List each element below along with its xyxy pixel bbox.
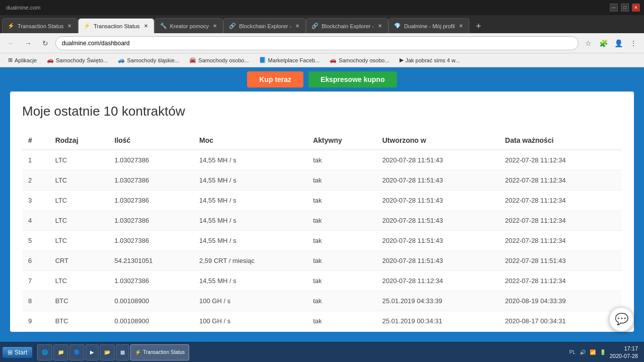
cell-num: 9 bbox=[22, 311, 49, 331]
cell-aktywny: tak bbox=[307, 170, 376, 191]
refresh-button[interactable]: ↻ bbox=[38, 36, 52, 50]
tab-title-3: Kreator pomocy bbox=[170, 23, 209, 29]
table-row: 1 LTC 1.03027386 14,55 MH / s tak 2020-0… bbox=[22, 150, 622, 170]
bookmark-icon-sims: ▶ bbox=[399, 57, 404, 63]
main-content: Moje ostatnie 10 kontraktów # Rodzaj Ilo… bbox=[10, 92, 634, 332]
new-tab-button[interactable]: + bbox=[471, 19, 486, 33]
cell-num: 5 bbox=[22, 231, 49, 251]
taskbar-qr-icon[interactable]: ▦ bbox=[116, 344, 129, 360]
taskbar-active-item[interactable]: ⚡ Transaction Status bbox=[130, 344, 189, 360]
cell-ilosc: 0.00108900 bbox=[109, 291, 194, 311]
system-tray: PL 🔊 📶 🔋 17:17 2020-07-28 bbox=[565, 345, 642, 359]
tab-transaction-status-2[interactable]: ⚡ Transaction Status ✕ bbox=[78, 18, 154, 33]
bookmark-samochody-4[interactable]: 🚗 Samochody osobo... bbox=[326, 56, 393, 64]
taskbar-active-favicon: ⚡ bbox=[135, 349, 141, 355]
cell-aktywny: tak bbox=[307, 150, 376, 170]
bookmark-facebook[interactable]: 📘 Marketplace Faceb... bbox=[255, 56, 324, 64]
extensions-icon[interactable]: 🧩 bbox=[597, 37, 610, 50]
tab-title-6: Dualmine - Mój profil bbox=[404, 23, 455, 29]
toolbar: ← → ↻ dualmine.com/dashboard ☆ 🧩 👤 ⋮ bbox=[0, 33, 644, 53]
bookmark-label-sims: Jak pobrać sims 4 w... bbox=[406, 57, 460, 63]
address-bar[interactable]: dualmine.com/dashboard bbox=[55, 36, 579, 50]
tab-blockchain-explorer-1[interactable]: 🔗 Blockchain Explorer - ✕ bbox=[223, 18, 306, 33]
cell-waznosc: 2022-07-28 11:12:34 bbox=[499, 211, 622, 231]
tab-close-6[interactable]: ✕ bbox=[458, 22, 464, 30]
bookmark-samochody-1[interactable]: 🚗 Samochody Święto... bbox=[43, 56, 112, 64]
tab-close-4[interactable]: ✕ bbox=[294, 22, 300, 30]
bookmark-label-facebook: Marketplace Faceb... bbox=[268, 57, 320, 63]
tray-network-icon: 📶 bbox=[590, 349, 596, 355]
express-buy-button[interactable]: Ekspresowe kupno bbox=[308, 71, 397, 87]
section-title: Moje ostatnie 10 kontraktów bbox=[22, 104, 622, 119]
bookmark-icon-samochody-4: 🚗 bbox=[330, 57, 337, 63]
bookmarks-bar: ⊞ Aplikacje 🚗 Samochody Święto... 🚙 Samo… bbox=[0, 53, 644, 67]
bookmark-aplikacje[interactable]: ⊞ Aplikacje bbox=[4, 56, 41, 64]
tab-bar: ⚡ Transaction Status ✕ ⚡ Transaction Sta… bbox=[0, 15, 644, 33]
tab-favicon-1: ⚡ bbox=[8, 23, 15, 30]
forward-button[interactable]: → bbox=[21, 36, 35, 50]
chat-button[interactable]: 💬 bbox=[609, 307, 634, 332]
bookmark-label-samochody-4: Samochody osobo... bbox=[339, 57, 389, 63]
tab-dualmine-profil[interactable]: 💎 Dualmine - Mój profil ✕ bbox=[388, 18, 469, 33]
cell-ilosc: 1.03027386 bbox=[109, 191, 194, 211]
bookmark-icon[interactable]: ☆ bbox=[582, 37, 595, 50]
address-text: dualmine.com/dashboard bbox=[62, 40, 130, 47]
ie-favicon: 🌐 bbox=[42, 349, 48, 355]
taskbar-chrome-icon[interactable]: 🔵 bbox=[69, 344, 85, 360]
buy-now-button[interactable]: Kup teraz bbox=[247, 71, 303, 87]
table-row: 9 BTC 0.00108900 100 GH / s tak 25.01.20… bbox=[22, 311, 622, 331]
bookmark-label-samochody-3: Samochody osobo... bbox=[198, 57, 249, 63]
bookmark-icon-aplikacje: ⊞ bbox=[8, 57, 13, 63]
maximize-button[interactable]: □ bbox=[621, 4, 629, 12]
tab-title-2: Transaction Status bbox=[94, 23, 139, 29]
cell-num: 8 bbox=[22, 291, 49, 311]
tab-kreator-pomocy[interactable]: 🔧 Kreator pomocy ✕ bbox=[154, 18, 224, 33]
browser-frame: dualmine.com ─ □ ✕ ⚡ Transaction Status … bbox=[0, 0, 644, 362]
taskbar-media-icon[interactable]: ▶ bbox=[86, 344, 99, 360]
minimize-button[interactable]: ─ bbox=[610, 4, 618, 12]
start-button[interactable]: ⊞ Start bbox=[2, 346, 33, 358]
cell-num: 6 bbox=[22, 251, 49, 271]
table-row: 3 LTC 1.03027386 14,55 MH / s tak 2020-0… bbox=[22, 191, 622, 211]
tab-close-1[interactable]: ✕ bbox=[66, 22, 72, 30]
taskbar-ie-icon[interactable]: 🌐 bbox=[37, 344, 52, 360]
tab-close-5[interactable]: ✕ bbox=[377, 22, 383, 30]
tab-close-2[interactable]: ✕ bbox=[143, 22, 149, 30]
cell-moc: 14,55 MH / s bbox=[193, 271, 307, 291]
profile-icon[interactable]: 👤 bbox=[612, 37, 625, 50]
window-controls: ─ □ ✕ bbox=[610, 4, 640, 12]
back-button[interactable]: ← bbox=[4, 36, 18, 50]
qr-favicon: ▦ bbox=[120, 349, 125, 355]
tab-favicon-3: 🔧 bbox=[160, 23, 167, 30]
bookmark-samochody-3[interactable]: 🚘 Samochody osobo... bbox=[185, 56, 253, 64]
cell-moc: 14,55 MH / s bbox=[193, 231, 307, 251]
table-header: # Rodzaj Ilość Moc Aktywny Utworzono w D… bbox=[22, 131, 622, 150]
cell-ilosc: 1.03027386 bbox=[109, 150, 194, 170]
taskbar-folder-icon[interactable]: 📁 bbox=[53, 344, 68, 360]
cell-num: 1 bbox=[22, 150, 49, 170]
cell-utworzono: 2020-07-28 11:51:43 bbox=[376, 170, 499, 191]
tab-transaction-status-1[interactable]: ⚡ Transaction Status ✕ bbox=[2, 18, 78, 33]
tray-volume-icon[interactable]: 🔊 bbox=[580, 349, 586, 355]
title-bar: dualmine.com ─ □ ✕ bbox=[0, 0, 644, 15]
table-row: 8 BTC 0.00108900 100 GH / s tak 25.01.20… bbox=[22, 291, 622, 311]
col-header-num: # bbox=[22, 131, 49, 150]
tab-blockchain-explorer-2[interactable]: 🔗 Blockchain Explorer - ✕ bbox=[306, 18, 388, 33]
cell-utworzono: 2020-07-28 11:12:34 bbox=[376, 271, 499, 291]
cell-aktywny: tak bbox=[307, 311, 376, 331]
menu-icon[interactable]: ⋮ bbox=[627, 37, 640, 50]
cell-waznosc: 2020-08-19 04:33:39 bbox=[499, 291, 622, 311]
cell-aktywny: tak bbox=[307, 251, 376, 271]
taskbar-explorer-icon[interactable]: 📂 bbox=[100, 344, 115, 360]
clock-time: 17:17 bbox=[610, 345, 638, 352]
cell-waznosc: 2020-08-17 00:34:31 bbox=[499, 311, 622, 331]
close-button[interactable]: ✕ bbox=[632, 4, 640, 12]
bookmark-label-aplikacje: Aplikacje bbox=[15, 57, 37, 63]
cell-rodzaj: CRT bbox=[49, 251, 109, 271]
bookmark-samochody-2[interactable]: 🚙 Samochody śląskie... bbox=[114, 56, 183, 64]
tab-close-3[interactable]: ✕ bbox=[212, 22, 218, 30]
cell-waznosc: 2022-07-28 11:12:34 bbox=[499, 271, 622, 291]
media-favicon: ▶ bbox=[90, 349, 94, 355]
tab-favicon-4: 🔗 bbox=[229, 23, 236, 30]
bookmark-sims[interactable]: ▶ Jak pobrać sims 4 w... bbox=[395, 56, 464, 64]
